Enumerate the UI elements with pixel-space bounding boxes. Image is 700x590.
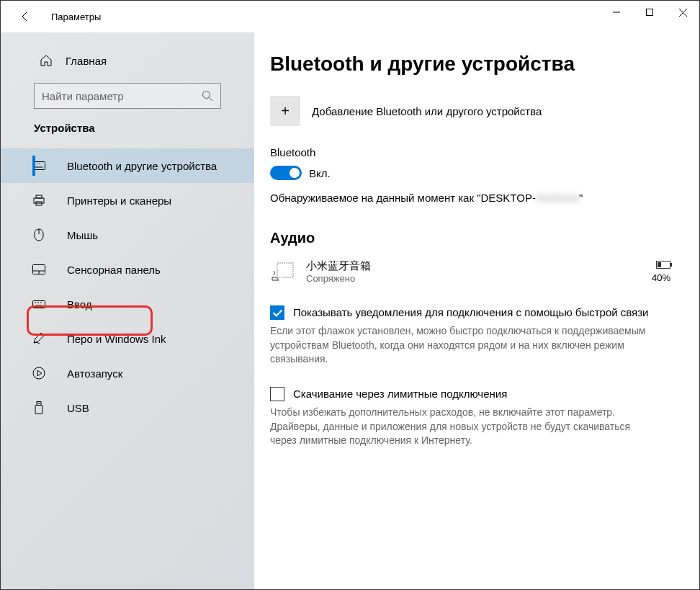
sidebar-item-typing[interactable]: Ввод xyxy=(1,287,254,321)
nav-label: Принтеры и сканеры xyxy=(67,195,171,207)
sidebar-section-title: Устройства xyxy=(1,122,254,134)
sidebar-item-touchpad[interactable]: Сенсорная панель xyxy=(1,252,254,287)
sidebar-item-home[interactable]: Главная xyxy=(1,48,254,73)
device-battery: 40% xyxy=(652,261,670,283)
discoverable-redacted: XXXXXX xyxy=(536,192,579,204)
autoplay-icon xyxy=(40,367,53,380)
touchpad-icon xyxy=(40,263,53,276)
page-title: Bluetooth и другие устройства xyxy=(270,53,670,76)
discoverable-prefix: Обнаруживаемое на данный момент как "DES… xyxy=(270,192,536,204)
typing-icon xyxy=(40,298,53,310)
svg-rect-25 xyxy=(37,402,41,406)
nav-label: Сенсорная панель xyxy=(67,264,161,276)
svg-rect-12 xyxy=(36,195,42,198)
nav-label: Ввод xyxy=(67,298,92,310)
maximize-icon xyxy=(646,9,653,16)
audio-section-head: Аудио xyxy=(270,230,670,246)
svg-point-24 xyxy=(33,367,45,379)
sidebar-item-usb[interactable]: USB xyxy=(1,390,254,425)
metered-label: Скачивание через лимитные подключения xyxy=(293,387,507,401)
bluetooth-label: Bluetooth xyxy=(270,146,670,158)
add-device-label: Добавление Bluetooth или другого устройс… xyxy=(312,105,542,117)
svg-rect-26 xyxy=(35,406,42,414)
back-button[interactable] xyxy=(11,2,40,31)
swift-pair-label: Показывать уведомления для подключения с… xyxy=(293,305,649,320)
sidebar-item-pen[interactable]: Перо и Windows Ink xyxy=(1,321,254,356)
nav-label: Автозапуск xyxy=(67,367,122,380)
home-icon xyxy=(40,54,53,67)
sidebar: Главная Устройства Bluetooth и другие ус… xyxy=(1,32,254,589)
sidebar-item-printers[interactable]: Принтеры и сканеры xyxy=(1,183,254,218)
swift-pair-desc: Если этот флажок установлен, можно быстр… xyxy=(270,324,670,367)
search-icon xyxy=(202,90,213,102)
sidebar-item-bluetooth[interactable]: Bluetooth и другие устройства xyxy=(1,148,254,183)
svg-rect-1 xyxy=(647,9,653,16)
search-input-wrap[interactable] xyxy=(34,83,221,109)
add-device-button[interactable]: + Добавление Bluetooth или другого устро… xyxy=(270,96,670,126)
mouse-icon xyxy=(40,228,53,241)
main-content: Bluetooth и другие устройства + Добавлен… xyxy=(254,32,699,589)
svg-rect-29 xyxy=(277,263,293,277)
svg-point-4 xyxy=(203,91,210,99)
sidebar-item-autoplay[interactable]: Автозапуск xyxy=(1,356,254,390)
svg-rect-11 xyxy=(34,198,44,203)
minimize-button[interactable] xyxy=(600,1,633,24)
minimize-icon xyxy=(613,9,620,16)
window-title: Параметры xyxy=(51,12,101,22)
svg-rect-19 xyxy=(33,301,45,308)
nav-label: Перо и Windows Ink xyxy=(67,333,166,345)
nav-label: Мышь xyxy=(67,229,98,241)
nav-label: USB xyxy=(67,402,89,414)
svg-rect-6 xyxy=(33,162,45,170)
usb-icon xyxy=(40,401,53,414)
svg-line-5 xyxy=(210,98,213,102)
home-label: Главная xyxy=(66,55,107,67)
battery-percent: 40% xyxy=(652,272,670,283)
sidebar-item-mouse[interactable]: Мышь xyxy=(1,218,254,252)
maximize-button[interactable] xyxy=(633,1,666,24)
discoverable-text: Обнаруживаемое на данный момент как "DES… xyxy=(270,192,670,204)
device-name: 小米蓝牙音箱 xyxy=(306,259,652,273)
close-button[interactable] xyxy=(666,1,699,24)
speaker-icon xyxy=(270,260,296,283)
pen-icon xyxy=(40,332,53,345)
bluetooth-toggle[interactable] xyxy=(270,166,302,180)
nav-label: Bluetooth и другие устройства xyxy=(67,160,217,172)
search-input[interactable] xyxy=(42,90,202,102)
arrow-left-icon xyxy=(19,11,31,22)
metered-desc: Чтобы избежать дополнительных расходов, … xyxy=(270,406,670,448)
toggle-state-label: Вкл. xyxy=(309,167,331,179)
metered-checkbox[interactable] xyxy=(270,387,284,401)
device-status: Сопряжено xyxy=(306,273,652,284)
close-icon xyxy=(679,9,687,17)
device-row[interactable]: 小米蓝牙音箱 Сопряжено 40% xyxy=(270,256,670,305)
battery-icon xyxy=(656,261,670,269)
keyboard-icon xyxy=(40,159,53,172)
printer-icon xyxy=(40,194,53,207)
plus-icon: + xyxy=(270,96,300,126)
discoverable-suffix: " xyxy=(579,192,583,204)
swift-pair-checkbox[interactable] xyxy=(270,305,284,320)
